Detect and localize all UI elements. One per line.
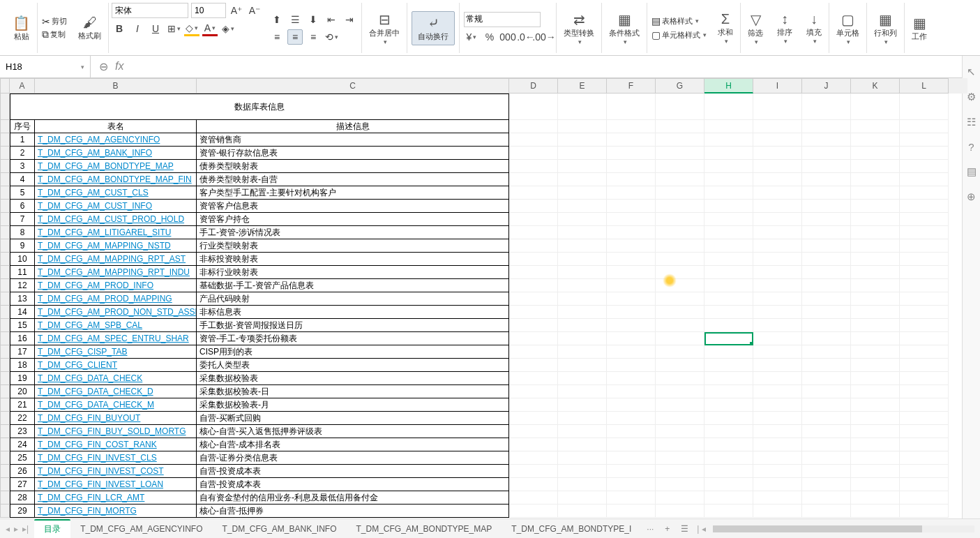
wrap-text-button[interactable]: ⤶ 自动换行 [412,11,455,45]
row-header[interactable] [0,266,10,279]
sheet-tab-active[interactable]: 目录 [34,519,70,538]
table-link[interactable]: T_DM_CFG_AM_CUST_INFO [35,200,197,213]
row-header[interactable] [0,425,10,438]
table-link[interactable]: T_DM_CFG_AM_CUST_PROD_HOLD [35,213,197,226]
row-header[interactable] [0,306,10,319]
table-link[interactable]: T_DM_CFG_AM_MAPPING_RPT_AST [35,253,197,266]
col-header-I[interactable]: I [753,78,802,94]
tab-more[interactable]: ··· [641,524,659,534]
table-link[interactable]: T_DM_CFG_FIN_BUY_SOLD_MORTG [35,425,197,438]
col-header-G[interactable]: G [656,78,704,94]
fill-button[interactable]: ↓填充 [804,10,824,46]
col-header-H[interactable]: H [704,78,753,94]
hscroll-thumb[interactable] [713,525,922,532]
properties-icon[interactable]: ☷ [967,116,976,128]
align-top-icon[interactable]: ⬆ [269,12,285,27]
row-header[interactable] [0,213,10,226]
italic-icon[interactable]: I [130,21,145,36]
table-link[interactable]: T_DM_CFG_AM_BANK_INFO [35,147,197,160]
table-link[interactable]: T_DM_CFG_AM_PROD_INFO [35,279,197,292]
table-style-button[interactable]: ▤表格样式 [651,15,699,27]
table-link[interactable]: T_DM_CFG_AM_SPB_CAL [35,319,197,332]
table-link[interactable]: T_DM_CFG_FIN_LCR_AMT [35,491,197,505]
table-link[interactable]: T_DM_CFG_AM_BONDTYPE_MAP_FIN [35,173,197,186]
more-icon[interactable]: ⊕ [967,190,976,203]
cursor-icon[interactable]: ↖ [967,66,976,78]
align-middle-icon[interactable]: ☰ [287,12,303,27]
col-header-E[interactable]: E [558,78,607,94]
active-cell[interactable] [704,332,753,345]
conditional-format-button[interactable]: ▦ 条件格式 [606,10,642,47]
currency-icon[interactable]: ¥ [464,29,479,45]
type-convert-button[interactable]: ⇄ 类型转换 [561,10,597,47]
sheet-list-icon[interactable]: ☰ [675,524,694,534]
table-link[interactable]: T_DM_CFG_AM_SPEC_ENTRU_SHAR [35,332,197,345]
row-header[interactable] [0,253,10,266]
table-link[interactable]: T_DM_CFG_DATA_CHECK_D [35,385,197,398]
font-size-select[interactable] [191,3,226,18]
row-header[interactable] [0,226,10,239]
indent-decrease-icon[interactable]: ⇤ [324,12,339,27]
row-header[interactable] [0,412,10,425]
row-header[interactable] [0,94,10,120]
row-header[interactable] [0,465,10,478]
row-header[interactable] [0,438,10,451]
row-header[interactable] [0,372,10,385]
autosum-button[interactable]: Σ求和 [715,10,736,46]
table-link[interactable]: T_DM_CFG_AM_LITIGAREL_SITU [35,226,197,239]
decrease-font-icon[interactable]: A⁻ [247,3,262,18]
copy-button[interactable]: ⧉复制 [42,29,66,40]
table-link[interactable]: T_DM_CFG_AM_PROD_NON_STD_ASSET [35,306,197,319]
table-link[interactable]: T_DM_CFG_AM_MAPPING_NSTD [35,239,197,253]
filter-button[interactable]: ▽筛选 [745,10,766,47]
name-box[interactable]: H18 [0,56,91,77]
row-col-button[interactable]: ▦行和列 [871,10,900,47]
row-header[interactable] [0,478,10,491]
table-link[interactable]: T_DM_CFG_FIN_BUYOUT [35,412,197,425]
horizontal-scrollbar[interactable] [713,525,974,532]
row-header[interactable] [0,398,10,412]
increase-decimal-icon[interactable]: .0← [518,29,534,45]
table-link[interactable]: T_DM_CFG_AM_BONDTYPE_MAP [35,160,197,173]
row-header[interactable] [0,491,10,505]
table-link[interactable]: T_DM_CFG_DATA_CHECK [35,372,197,385]
align-left-icon[interactable]: ≡ [269,29,285,45]
cancel-formula-icon[interactable]: ⊖ [99,60,108,73]
increase-font-icon[interactable]: A⁺ [229,3,244,18]
table-link[interactable]: T_DM_CFG_AM_CUST_CLS [35,186,197,200]
col-header-K[interactable]: K [851,78,900,94]
clipboard-icon[interactable]: ▤ [967,165,977,178]
hscroll-left-icon[interactable]: ◂ [702,524,706,534]
table-link[interactable]: T_DM_CFG_AM_MAPPING_RPT_INDU [35,266,197,279]
table-link[interactable]: T_DM_CFG_AM_PROD_MAPPING [35,292,197,306]
thousand-sep-icon[interactable]: 000 [500,29,515,45]
worksheet-button[interactable]: ▦工作 [909,13,930,43]
sheet-tab[interactable]: T_DM_CFG_AM_AGENCYINFO [70,521,212,537]
font-name-select[interactable] [112,3,188,18]
row-header[interactable] [0,173,10,186]
table-link[interactable]: T_DM_CFG_FIN_INVEST_LOAN [35,478,197,491]
format-painter-button[interactable]: 🖌 格式刷 [75,13,104,43]
underline-icon[interactable]: U [148,21,163,36]
font-color-icon[interactable]: A [202,21,218,36]
col-header-L[interactable]: L [900,78,949,94]
percent-icon[interactable]: % [482,29,497,45]
decrease-decimal-icon[interactable]: .00→ [536,29,552,45]
table-link[interactable]: T_DM_CFG_FIN_COST_RANK [35,438,197,451]
tab-nav-prev-icon[interactable]: ▸ [14,524,18,534]
fill-color-icon[interactable]: ◇ [184,21,199,36]
col-header-C[interactable]: C [197,78,509,94]
table-link[interactable]: T_DM_CFG_CLIENT [35,359,197,372]
col-header-F[interactable]: F [607,78,656,94]
indent-increase-icon[interactable]: ⇥ [342,12,357,27]
align-bottom-icon[interactable]: ⬇ [306,12,321,27]
row-header[interactable] [0,292,10,306]
col-header-B[interactable]: B [35,78,197,94]
sheet-tab[interactable]: T_DM_CFG_AM_BONDTYPE_I [502,521,641,537]
row-header[interactable] [0,332,10,345]
row-header[interactable] [0,279,10,292]
row-header[interactable] [0,186,10,200]
bold-icon[interactable]: B [112,21,127,36]
table-link[interactable]: T_DM_CFG_FIN_MORTG [35,505,197,518]
row-header[interactable] [0,319,10,332]
